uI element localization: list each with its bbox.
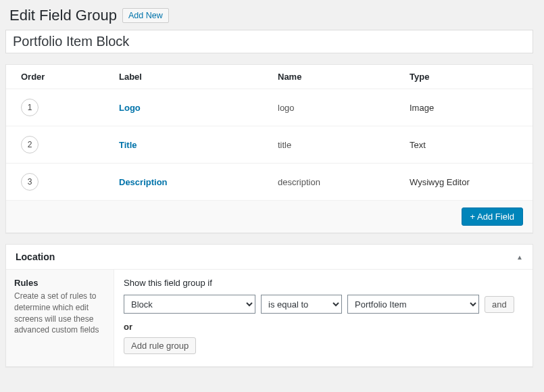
rule-param-select[interactable]: Block [124,295,255,314]
order-handle[interactable]: 3 [21,173,39,191]
col-header-order: Order [6,65,111,89]
page-title: Edit Field Group [9,7,117,24]
table-row[interactable]: 2 Title title Text [6,126,533,164]
rule-value-select[interactable]: Portfolio Item [347,295,479,314]
order-handle[interactable]: 2 [21,136,39,153]
col-header-type: Type [401,65,533,89]
field-type: Text [401,126,533,164]
order-handle[interactable]: 1 [21,99,39,116]
table-row[interactable]: 3 Description description Wysiwyg Editor [6,164,533,201]
col-header-name: Name [270,65,401,89]
add-rule-group-button[interactable]: Add rule group [124,337,196,354]
and-button[interactable]: and [485,296,514,313]
rules-description: Create a set of rules to determine which… [14,291,105,336]
location-panel-title: Location [16,251,55,262]
rule-row: Block is equal to Portfolio Item and [124,295,523,314]
add-new-button[interactable]: Add New [122,8,169,23]
field-name: logo [270,89,401,126]
add-field-button[interactable]: + Add Field [462,207,523,226]
field-label-link[interactable]: Title [119,140,137,150]
rule-operator-select[interactable]: is equal to [261,295,342,314]
group-title-input[interactable] [5,30,533,53]
location-panel: Location ▲ Rules Create a set of rules t… [5,244,533,367]
col-header-label: Label [111,65,270,89]
field-name: title [270,126,401,164]
fields-panel: Order Label Name Type 1 Logo logo Image … [5,64,533,233]
fields-table: Order Label Name Type 1 Logo logo Image … [6,65,533,201]
field-label-link[interactable]: Logo [119,103,141,113]
field-name: description [270,164,401,201]
field-label-link[interactable]: Description [119,177,168,187]
collapse-toggle-icon[interactable]: ▲ [516,253,523,261]
rules-heading: Rules [14,278,105,288]
table-row[interactable]: 1 Logo logo Image [6,89,533,126]
rules-caption: Show this field group if [124,278,523,288]
or-label: or [124,322,523,332]
field-type: Wysiwyg Editor [401,164,533,201]
field-type: Image [401,89,533,126]
